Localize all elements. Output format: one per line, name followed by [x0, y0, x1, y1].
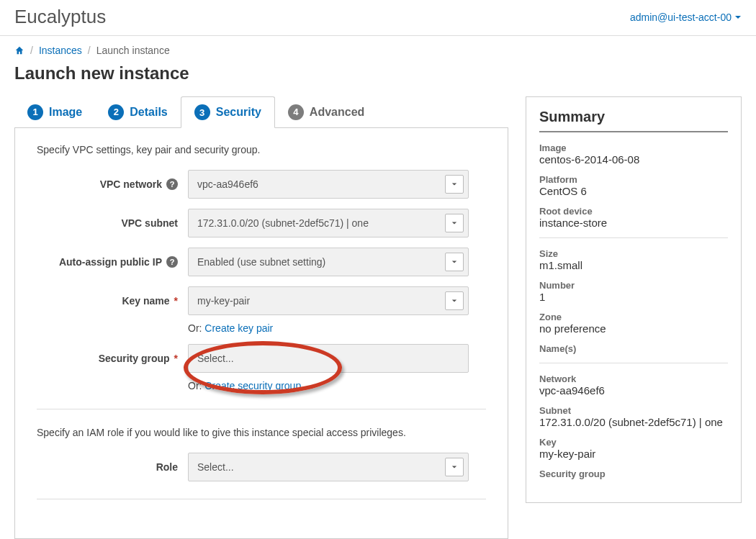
- breadcrumb-current: Launch instance: [96, 45, 170, 56]
- create-keypair-link[interactable]: Create key pair: [204, 322, 273, 334]
- role-select[interactable]: Select...: [188, 453, 469, 481]
- label-role: Role: [156, 461, 178, 473]
- divider: [37, 499, 486, 499]
- select-value: Select...: [197, 461, 234, 473]
- page-title: Launch new instance: [0, 56, 756, 96]
- summary-value: 1: [539, 291, 728, 303]
- tab-image[interactable]: 1 Image: [14, 96, 95, 127]
- account-label: admin@ui-test-acct-00: [630, 12, 732, 23]
- help-icon[interactable]: ?: [166, 256, 178, 268]
- summary-value: instance-store: [539, 217, 728, 229]
- label-vpc-network: VPC network: [100, 178, 162, 190]
- breadcrumb: / Instances / Launch instance: [0, 36, 756, 56]
- account-menu[interactable]: admin@ui-test-acct-00: [630, 12, 742, 23]
- summary-value: CentOS 6: [539, 185, 728, 197]
- select-value: 172.31.0.0/20 (subnet-2def5c71) | one: [197, 217, 369, 229]
- summary-value: my-key-pair: [539, 448, 728, 460]
- chevron-down-icon: [445, 458, 464, 476]
- tab-advanced[interactable]: 4 Advanced: [275, 96, 377, 127]
- label-security-group: Security group: [99, 353, 170, 364]
- tab-details[interactable]: 2 Details: [95, 96, 180, 127]
- summary-value: vpc-aa946ef6: [539, 384, 728, 397]
- label-vpc-subnet: VPC subnet: [121, 217, 178, 229]
- summary-key: Subnet: [539, 405, 728, 416]
- chevron-down-icon: [445, 253, 464, 271]
- brand-logo: Eucalyptus: [14, 6, 106, 28]
- summary-key: Number: [539, 280, 728, 291]
- vpc-network-select[interactable]: vpc-aa946ef6: [188, 170, 469, 199]
- tab-label: Details: [130, 106, 167, 119]
- tab-label: Image: [49, 106, 82, 119]
- chevron-down-icon: [445, 214, 464, 232]
- vpc-subnet-select[interactable]: 172.31.0.0/20 (subnet-2def5c71) | one: [188, 209, 469, 237]
- summary-key: Key: [539, 437, 728, 448]
- create-security-group-link[interactable]: Create security group: [204, 380, 301, 391]
- label-key-name: Key name: [122, 295, 169, 307]
- or-label: Or:: [188, 322, 204, 334]
- required-indicator: *: [174, 295, 178, 307]
- summary-key: Image: [539, 142, 728, 153]
- divider: [37, 409, 486, 409]
- chevron-down-icon: [445, 175, 464, 194]
- required-indicator: *: [174, 353, 178, 364]
- divider: [539, 237, 728, 238]
- summary-value: m1.small: [539, 259, 728, 271]
- step-badge: 3: [194, 104, 210, 120]
- summary-value: no preference: [539, 322, 728, 335]
- panel-intro: Specify VPC settings, key pair and secur…: [37, 144, 486, 155]
- chevron-down-icon: [734, 14, 742, 21]
- step-badge: 1: [27, 104, 43, 120]
- security-group-select[interactable]: Select...: [188, 344, 469, 373]
- chevron-down-icon: [445, 291, 464, 310]
- summary-key: Security group: [539, 468, 728, 479]
- summary-key: Platform: [539, 174, 728, 185]
- label-auto-ip: Auto-assign public IP: [59, 256, 162, 268]
- summary-key: Size: [539, 248, 728, 259]
- divider: [539, 363, 728, 363]
- summary-key: Network: [539, 373, 728, 384]
- breadcrumb-sep: /: [88, 45, 91, 56]
- or-label: Or:: [188, 380, 204, 391]
- tab-label: Advanced: [310, 106, 364, 119]
- summary-key: Name(s): [539, 343, 728, 354]
- select-value: Select...: [197, 353, 234, 364]
- help-icon[interactable]: ?: [166, 178, 178, 190]
- breadcrumb-sep: /: [30, 45, 33, 56]
- home-icon[interactable]: [14, 45, 24, 55]
- iam-intro: Specify an IAM role if you would like to…: [37, 427, 486, 438]
- summary-key: Zone: [539, 312, 728, 322]
- select-value: my-key-pair: [197, 295, 250, 307]
- step-badge: 2: [108, 104, 124, 120]
- step-badge: 4: [288, 104, 304, 120]
- select-value: vpc-aa946ef6: [197, 178, 258, 190]
- summary-title: Summary: [539, 109, 728, 132]
- tab-security[interactable]: 3 Security: [181, 96, 275, 128]
- select-value: Enabled (use subnet setting): [197, 256, 325, 268]
- breadcrumb-instances[interactable]: Instances: [39, 45, 82, 56]
- security-panel: Specify VPC settings, key pair and secur…: [14, 128, 508, 539]
- tab-label: Security: [216, 106, 261, 119]
- key-name-select[interactable]: my-key-pair: [188, 286, 469, 315]
- summary-value: centos-6-2014-06-08: [539, 153, 728, 166]
- summary-key: Root device: [539, 206, 728, 217]
- summary-panel: Summary Imagecentos-6-2014-06-08 Platfor…: [526, 96, 742, 503]
- summary-value: 172.31.0.0/20 (subnet-2def5c71) | one: [539, 416, 728, 428]
- auto-ip-select[interactable]: Enabled (use subnet setting): [188, 248, 469, 276]
- wizard-tabs: 1 Image 2 Details 3 Security 4 Advanced: [14, 96, 508, 128]
